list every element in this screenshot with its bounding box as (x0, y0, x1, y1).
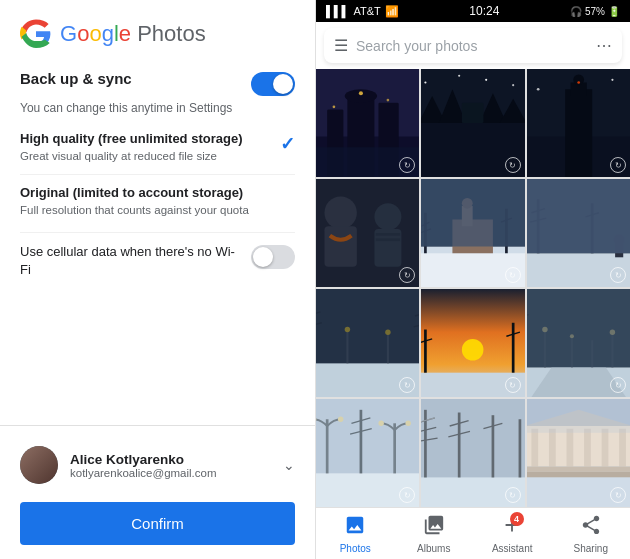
backup-subtitle: You can change this anytime in Settings (20, 100, 295, 117)
sync-overlay: ↻ (610, 487, 626, 503)
search-placeholder: Search your photos (356, 38, 588, 54)
photos-label: Photos (340, 543, 371, 554)
high-quality-desc: Great visual quality at reduced file siz… (20, 148, 242, 164)
svg-point-18 (485, 79, 487, 81)
svg-rect-92 (527, 289, 630, 367)
logo-text: Google Photos (60, 21, 206, 47)
svg-point-19 (512, 84, 514, 86)
svg-point-27 (577, 81, 580, 84)
svg-rect-21 (462, 103, 484, 123)
sync-icon: ↻ (615, 161, 622, 170)
svg-rect-36 (376, 238, 400, 241)
right-panel: ▌▌▌ AT&T 📶 10:24 🎧 57% 🔋 ☰ Search your p… (315, 0, 630, 559)
google-logo-icon (20, 18, 52, 50)
sync-overlay: ↻ (505, 377, 521, 393)
svg-rect-71 (316, 289, 419, 363)
chevron-down-icon: ⌄ (283, 457, 295, 473)
signal-icon: ▌▌▌ (326, 5, 349, 17)
battery-label: 57% (585, 6, 605, 17)
sync-overlay: ↻ (610, 377, 626, 393)
headphone-icon: 🎧 (570, 6, 582, 17)
photo-grid: ↻ ↻ (316, 69, 630, 507)
bottom-nav: Photos Albums 4 Assistant (316, 507, 630, 559)
svg-rect-125 (584, 429, 591, 467)
divider (0, 425, 315, 426)
account-left: Alice Kotlyarenko kotlyarenkoalice@gmail… (20, 446, 217, 484)
left-panel: Google Photos Back up & sync You can cha… (0, 0, 315, 559)
high-quality-option[interactable]: High quality (free unlimited storage) Gr… (20, 131, 295, 175)
svg-rect-104 (316, 399, 419, 473)
wifi-icon: 📶 (385, 5, 399, 18)
original-desc: Full resolution that counts against your… (20, 202, 249, 218)
photo-cell[interactable]: ↻ (421, 289, 524, 397)
logo-area: Google Photos (0, 0, 315, 60)
svg-rect-129 (527, 467, 630, 472)
photo-cell[interactable]: ↻ (421, 69, 524, 177)
more-options-icon[interactable]: ⋯ (596, 36, 612, 55)
photo-cell[interactable]: ↻ (527, 399, 630, 507)
sync-icon: ↻ (615, 491, 622, 500)
search-bar[interactable]: ☰ Search your photos ⋯ (324, 28, 622, 63)
backup-row: Back up & sync (20, 70, 295, 96)
sync-overlay: ↻ (610, 267, 626, 283)
nav-photos[interactable]: Photos (316, 508, 395, 559)
svg-rect-122 (531, 429, 538, 467)
sync-icon: ↻ (509, 271, 516, 280)
nav-sharing[interactable]: Sharing (552, 508, 631, 559)
photo-cell[interactable]: ↻ (316, 179, 419, 287)
account-email: kotlyarenkoalice@gmail.com (70, 467, 217, 479)
svg-point-7 (359, 91, 363, 95)
photo-cell[interactable]: ↻ (316, 69, 419, 177)
photo-cell[interactable]: ↻ (527, 179, 630, 287)
albums-label: Albums (417, 543, 450, 554)
photo-cell[interactable]: ↻ (316, 289, 419, 397)
svg-rect-118 (421, 399, 524, 477)
sync-overlay: ↻ (610, 157, 626, 173)
svg-rect-24 (565, 89, 592, 177)
svg-rect-58 (527, 179, 630, 253)
svg-rect-126 (601, 429, 608, 467)
svg-rect-127 (619, 429, 626, 467)
sync-icon: ↻ (615, 381, 622, 390)
svg-point-8 (387, 99, 390, 102)
backup-toggle[interactable] (251, 72, 295, 96)
sync-overlay: ↻ (505, 487, 521, 503)
svg-point-16 (425, 81, 427, 83)
sync-overlay: ↻ (505, 267, 521, 283)
high-quality-checkmark: ✓ (280, 133, 295, 155)
sync-icon: ↻ (615, 271, 622, 280)
hamburger-icon[interactable]: ☰ (334, 36, 348, 55)
high-quality-label: High quality (free unlimited storage) (20, 131, 242, 146)
sync-icon: ↻ (404, 381, 411, 390)
battery-icon: 🔋 (608, 6, 620, 17)
original-option[interactable]: Original (limited to account storage) Fu… (20, 185, 295, 218)
settings-area: Back up & sync You can change this anyti… (0, 60, 315, 425)
cellular-row: Use cellular data when there's no Wi-Fi (20, 232, 295, 279)
svg-point-73 (462, 339, 484, 361)
cellular-toggle[interactable] (251, 245, 295, 269)
nav-assistant[interactable]: 4 Assistant (473, 508, 552, 559)
svg-point-31 (324, 197, 356, 229)
account-row[interactable]: Alice Kotlyarenko kotlyarenkoalice@gmail… (0, 438, 315, 492)
assistant-badge: 4 (510, 512, 524, 526)
photo-cell[interactable]: ↻ (527, 289, 630, 397)
account-name: Alice Kotlyarenko (70, 452, 217, 467)
svg-rect-48 (421, 179, 524, 247)
status-right: 🎧 57% 🔋 (570, 6, 620, 17)
nav-albums[interactable]: Albums (395, 508, 474, 559)
svg-rect-32 (324, 226, 356, 267)
photo-cell[interactable]: ↻ (421, 399, 524, 507)
original-label: Original (limited to account storage) (20, 185, 249, 200)
svg-rect-35 (376, 233, 400, 236)
sync-icon: ↻ (509, 161, 516, 170)
photo-cell[interactable]: ↻ (527, 69, 630, 177)
photo-cell[interactable]: ↻ (421, 179, 524, 287)
sync-icon: ↻ (509, 491, 516, 500)
photo-cell[interactable]: ↻ (316, 399, 419, 507)
svg-point-6 (333, 105, 336, 108)
photos-icon (344, 514, 366, 541)
svg-point-33 (374, 203, 401, 230)
sync-icon: ↻ (404, 161, 411, 170)
albums-icon (423, 514, 445, 541)
confirm-button[interactable]: Confirm (20, 502, 295, 545)
